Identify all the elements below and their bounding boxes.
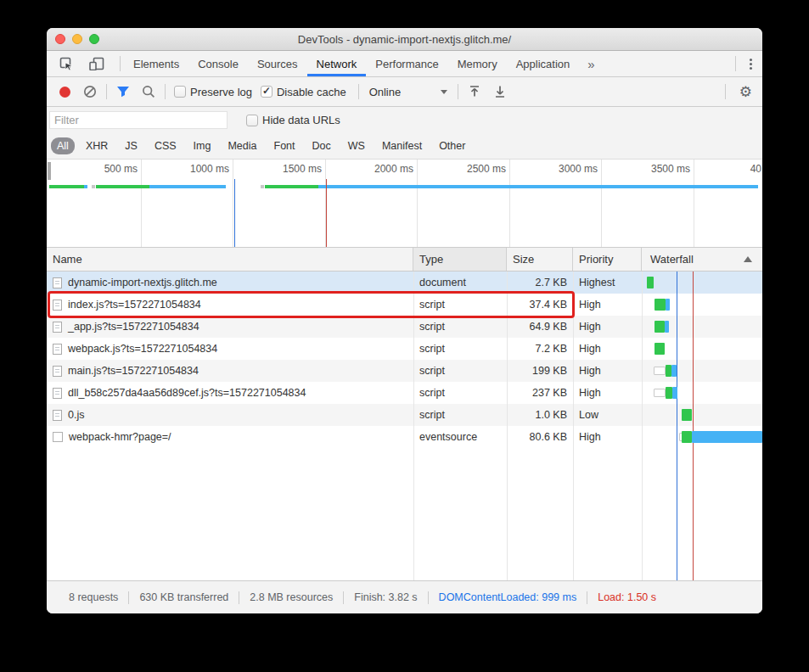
overview-blue-segment	[318, 185, 758, 188]
filter-chip-manifest[interactable]: Manifest	[376, 137, 428, 154]
request-name: _app.js?ts=1572271054834	[68, 321, 199, 333]
column-header-priority[interactable]: Priority	[573, 248, 642, 271]
hide-data-urls-checkbox[interactable]	[246, 115, 258, 126]
filter-chip-all[interactable]: All	[51, 137, 75, 154]
devtools-menu-icon[interactable]	[739, 59, 762, 70]
overview-green-segment	[96, 185, 149, 188]
column-divider[interactable]	[642, 272, 643, 580]
tab-application[interactable]: Application	[507, 51, 580, 76]
device-toolbar-icon[interactable]	[86, 53, 108, 75]
request-type: eventsource	[413, 431, 507, 443]
hide-data-urls-label: Hide data URLs	[262, 114, 340, 126]
column-divider[interactable]	[573, 272, 574, 580]
import-har-icon[interactable]	[463, 81, 486, 103]
filter-chip-css[interactable]: CSS	[149, 137, 183, 154]
request-priority: Highest	[573, 277, 642, 288]
divider	[735, 56, 736, 71]
tab-memory[interactable]: Memory	[448, 51, 507, 76]
filter-chip-doc[interactable]: Doc	[306, 137, 337, 154]
sort-ascending-icon[interactable]	[744, 256, 752, 262]
request-priority: High	[573, 431, 642, 443]
tab-console[interactable]: Console	[188, 51, 248, 76]
tab-elements[interactable]: Elements	[124, 51, 188, 76]
overview-grip[interactable]	[48, 162, 51, 180]
overview-blue-segment	[149, 185, 226, 188]
divider	[120, 56, 121, 71]
request-size: 237 KB	[507, 387, 573, 399]
record-icon[interactable]	[53, 81, 76, 103]
waterfall-blue-bar[interactable]	[666, 299, 670, 311]
waterfall-blue-bar[interactable]	[672, 387, 677, 399]
status-item: Finish: 3.82 s	[344, 591, 427, 603]
ruler-gridline	[233, 160, 233, 247]
request-size: 80.6 KB	[507, 431, 573, 443]
devtools-tab-bar: ElementsConsoleSourcesNetworkPerformance…	[47, 51, 762, 77]
column-header-waterfall[interactable]: Waterfall	[642, 248, 762, 271]
waterfall-wait-bar[interactable]	[654, 389, 666, 397]
clear-icon[interactable]	[79, 81, 101, 103]
divider	[165, 84, 166, 99]
divider	[106, 84, 107, 99]
waterfall-blue-bar[interactable]	[671, 365, 677, 377]
request-type: script	[413, 387, 507, 399]
table-row[interactable]: 0.jsscript1.0 KBLow	[47, 404, 762, 426]
waterfall-blue-bar[interactable]	[665, 321, 669, 333]
tab-performance[interactable]: Performance	[366, 51, 447, 76]
column-header-size[interactable]: Size	[507, 248, 573, 271]
filter-icon[interactable]	[112, 81, 134, 103]
ruler-tick-label: 3500 ms	[651, 163, 690, 175]
dcl-event-line	[234, 179, 235, 247]
ruler-tick-label: 1500 ms	[283, 163, 322, 175]
timeline-overview[interactable]: 500 ms1000 ms1500 ms2000 ms2500 ms3000 m…	[47, 160, 762, 248]
throttling-value: Online	[369, 86, 402, 98]
request-type: script	[413, 409, 507, 421]
chevron-down-icon	[441, 90, 447, 94]
filter-input[interactable]	[49, 111, 228, 129]
filter-chip-media[interactable]: Media	[222, 137, 262, 154]
waterfall-green-bar[interactable]	[647, 277, 654, 288]
tab-network[interactable]: Network	[307, 51, 367, 76]
highlight-annotation-box	[48, 291, 575, 318]
status-item[interactable]: Load: 1.50 s	[587, 591, 666, 603]
export-har-icon[interactable]	[489, 81, 511, 103]
preserve-log-checkbox[interactable]	[174, 86, 186, 98]
waterfall-green-bar[interactable]	[655, 343, 665, 355]
devtools-window: DevTools - dynamic-import-nextjs.glitch.…	[47, 28, 762, 613]
filter-chip-ws[interactable]: WS	[342, 137, 371, 154]
request-priority: High	[573, 321, 642, 333]
ruler-tick-label: 2000 ms	[374, 163, 413, 175]
column-header-type[interactable]: Type	[413, 248, 507, 271]
tab-sources[interactable]: Sources	[248, 51, 307, 76]
status-item[interactable]: DOMContentLoaded: 999 ms	[429, 591, 587, 603]
window-title: DevTools - dynamic-import-nextjs.glitch.…	[47, 33, 762, 46]
search-icon[interactable]	[138, 81, 160, 103]
disable-cache-checkbox[interactable]	[261, 86, 272, 98]
requests-table-body: dynamic-import-nextjs.glitch.medocument2…	[47, 272, 762, 580]
waterfall-green-bar[interactable]	[666, 387, 672, 399]
table-row[interactable]: webpack-hmr?page=/eventsource80.6 KBHigh	[47, 426, 762, 448]
waterfall-blue-bar[interactable]	[692, 431, 762, 443]
filter-chip-img[interactable]: Img	[188, 137, 217, 154]
filter-chip-js[interactable]: JS	[119, 137, 143, 154]
throttling-select[interactable]: Online	[369, 86, 447, 98]
request-priority: Low	[573, 409, 642, 421]
column-header-name[interactable]: Name	[47, 248, 413, 271]
load-event-line	[326, 179, 327, 247]
settings-gear-icon[interactable]: ⚙	[729, 85, 762, 99]
filter-chip-other[interactable]: Other	[433, 137, 471, 154]
ruler-gridline	[601, 160, 602, 247]
request-size: 2.7 KB	[507, 277, 573, 288]
waterfall-green-bar[interactable]	[682, 431, 692, 443]
filter-chip-xhr[interactable]: XHR	[80, 137, 114, 154]
inspect-element-icon[interactable]	[55, 53, 77, 75]
document-icon	[53, 322, 62, 333]
waterfall-green-bar[interactable]	[666, 365, 671, 377]
more-tabs-button[interactable]: »	[579, 51, 603, 76]
waterfall-green-bar[interactable]	[682, 409, 692, 421]
waterfall-wait-bar[interactable]	[654, 367, 666, 375]
filter-chip-font[interactable]: Font	[268, 137, 301, 154]
waterfall-green-bar[interactable]	[655, 321, 665, 333]
load-event-line	[693, 272, 694, 580]
request-size: 7.2 KB	[507, 343, 573, 355]
waterfall-green-bar[interactable]	[655, 299, 666, 311]
